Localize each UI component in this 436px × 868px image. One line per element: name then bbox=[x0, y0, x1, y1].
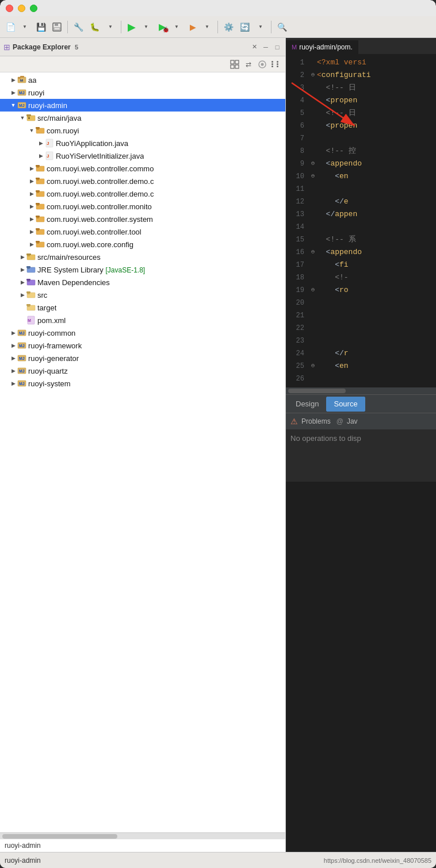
scrollbar-thumb[interactable] bbox=[2, 834, 117, 839]
maximize-panel-icon[interactable]: □ bbox=[273, 43, 282, 52]
tree-item-ruoyi-admin[interactable]: ▼ MJ ruoyi-admin bbox=[0, 99, 285, 112]
tree-item-pkg4[interactable]: ▶ com.ruoyi.web.controller.monito bbox=[0, 200, 285, 213]
link-editor-icon[interactable]: ⇄ bbox=[243, 59, 254, 70]
coverage-icon[interactable]: ▶ bbox=[186, 20, 200, 34]
expand-arrow-system[interactable]: ▶ bbox=[9, 379, 17, 387]
save-all-icon[interactable] bbox=[50, 20, 64, 34]
tree-item-pom[interactable]: ▶ M pom.xml bbox=[0, 314, 285, 327]
new-file-icon[interactable]: 📄 bbox=[3, 20, 17, 34]
line-5: 5 <!-- 日 bbox=[286, 107, 436, 120]
search-icon[interactable]: 🔍 bbox=[275, 20, 289, 34]
expand-arrow-src[interactable]: ▼ bbox=[18, 114, 26, 122]
tree-label-jre: JRE System Library [JavaSE-1.8] bbox=[37, 266, 145, 274]
tab-source[interactable]: Source bbox=[326, 397, 365, 412]
tree-item-ruoyi-common[interactable]: ▶ MJ ruoyi-common bbox=[0, 327, 285, 339]
tree-item-jre[interactable]: ▶ JRE System Library [JavaSE-1.8] bbox=[0, 263, 285, 276]
bug-icon[interactable]: 🐛 bbox=[87, 20, 101, 34]
tree-item-ruoyi-framework[interactable]: ▶ MJ ruoyi-framework bbox=[0, 339, 285, 352]
editor-content-area[interactable]: 1 <?xml versi 2 ⊖ <configurati 3 bbox=[286, 54, 436, 387]
line-11: 11 bbox=[286, 183, 436, 195]
tree-item-com-ruoyi[interactable]: ▼ com.ruoyi bbox=[0, 124, 285, 137]
horizontal-scrollbar[interactable] bbox=[0, 832, 285, 839]
debug-dropdown[interactable]: ▼ bbox=[104, 20, 117, 34]
maximize-button[interactable] bbox=[30, 5, 37, 12]
refresh-icon[interactable]: 🔄 bbox=[238, 20, 251, 34]
editor-scroll-thumb[interactable] bbox=[288, 389, 346, 393]
tree-item-ruoyi-system[interactable]: ▶ MJ ruoyi-system bbox=[0, 377, 285, 390]
problems-tab2-label[interactable]: Jav bbox=[347, 417, 358, 425]
expand-arrow-common[interactable]: ▶ bbox=[9, 329, 17, 337]
svg-rect-61 bbox=[26, 291, 30, 293]
expand-arrow-com-ruoyi[interactable]: ▼ bbox=[28, 126, 36, 135]
tree-item-src-resources[interactable]: ▶ src/main/resources bbox=[0, 251, 285, 263]
run-icon[interactable]: ▶ bbox=[125, 20, 139, 34]
close-panel-icon[interactable]: ✕ bbox=[250, 43, 259, 52]
tree-item-ruoyi[interactable]: ▶ MJ ruoyi bbox=[0, 86, 285, 99]
expand-arrow-aa[interactable]: ▶ bbox=[9, 76, 17, 84]
expand-arrow-generator[interactable]: ▶ bbox=[9, 354, 17, 362]
tree-item-ruoyiapp[interactable]: ▶ J RuoYiApplication.java bbox=[0, 137, 285, 149]
tree-item-ruoyi-quartz[interactable]: ▶ MJ ruoyi-quartz bbox=[0, 364, 285, 377]
refresh-dropdown[interactable]: ▼ bbox=[254, 20, 267, 34]
external-tools-icon[interactable]: ⚙️ bbox=[221, 20, 235, 34]
svg-text:J: J bbox=[47, 153, 49, 159]
tree-item-ruoyiservlet[interactable]: ▶ J RuoYiServletInitializer.java bbox=[0, 149, 285, 162]
svg-rect-55 bbox=[26, 266, 30, 268]
expand-arrow-resources[interactable]: ▶ bbox=[18, 253, 26, 261]
tree-label-ruoyi-common: ruoyi-common bbox=[28, 329, 75, 337]
tree-item-pkg7[interactable]: ▶ com.ruoyi.web.core.config bbox=[0, 238, 285, 251]
expand-arrow-ruoyi-admin[interactable]: ▼ bbox=[9, 101, 17, 109]
tree-item-maven[interactable]: ▶ Maven Dependencies bbox=[0, 276, 285, 289]
tree-item-pkg5[interactable]: ▶ com.ruoyi.web.controller.system bbox=[0, 213, 285, 225]
sync-icon[interactable] bbox=[257, 59, 268, 70]
expand-arrow-ruoyiapp[interactable]: ▶ bbox=[37, 139, 45, 147]
expand-arrow-pkg4[interactable]: ▶ bbox=[28, 202, 36, 210]
tree-item-ruoyi-generator[interactable]: ▶ MJ ruoyi-generator bbox=[0, 352, 285, 364]
editor-tab-label: ruoyi-admin/pom. bbox=[299, 43, 353, 51]
coverage-dropdown[interactable]: ▼ bbox=[200, 20, 214, 34]
pom-icon: M bbox=[26, 316, 36, 325]
editor-scrollbar-h[interactable] bbox=[286, 387, 436, 394]
expand-arrow-pkg5[interactable]: ▶ bbox=[28, 215, 36, 223]
tree-item-pkg1[interactable]: ▶ com.ruoyi.web.controller.commo bbox=[0, 162, 285, 175]
more-options-icon[interactable] bbox=[270, 59, 282, 70]
line-6: 6 <propen bbox=[286, 120, 436, 132]
no-operations-text: No operations to disp bbox=[290, 434, 361, 443]
tree-item-pkg6[interactable]: ▶ com.ruoyi.web.controller.tool bbox=[0, 225, 285, 238]
tab-design[interactable]: Design bbox=[288, 397, 326, 412]
debug-run-icon[interactable]: ▶🐞 bbox=[155, 20, 169, 34]
save-icon[interactable]: 💾 bbox=[34, 20, 48, 34]
expand-arrow-pkg6[interactable]: ▶ bbox=[28, 228, 36, 236]
tree-item-src-folder[interactable]: ▶ src bbox=[0, 289, 285, 301]
expand-arrow-quartz[interactable]: ▶ bbox=[9, 367, 17, 375]
expand-arrow-pkg1[interactable]: ▶ bbox=[28, 164, 36, 172]
problems-tab-label[interactable]: Problems bbox=[301, 417, 331, 425]
tree-item-aa[interactable]: ▶ M M aa bbox=[0, 74, 285, 86]
tree-item-target[interactable]: ▶ target bbox=[0, 301, 285, 314]
expand-arrow-framework[interactable]: ▶ bbox=[9, 341, 17, 349]
tree-item-pkg2[interactable]: ▶ com.ruoyi.web.controller.demo.c bbox=[0, 175, 285, 187]
tree-item-pkg3[interactable]: ▶ com.ruoyi.web.controller.demo.c bbox=[0, 187, 285, 200]
tab-design-label: Design bbox=[296, 400, 319, 408]
debug-config-icon[interactable]: 🔧 bbox=[71, 20, 85, 34]
expand-arrow-jre[interactable]: ▶ bbox=[18, 266, 26, 274]
debug-run-dropdown[interactable]: ▼ bbox=[170, 20, 183, 34]
package-icon5 bbox=[36, 214, 45, 224]
editor-tab-pom[interactable]: M ruoyi-admin/pom. bbox=[286, 40, 359, 54]
expand-arrow-src-folder[interactable]: ▶ bbox=[18, 291, 26, 299]
expand-arrow-pkg3[interactable]: ▶ bbox=[28, 190, 36, 198]
tree-item-src-main-java[interactable]: ▼ src/main/java bbox=[0, 112, 285, 124]
expand-arrow-ruoyiservlet[interactable]: ▶ bbox=[37, 152, 45, 160]
expand-arrow-ruoyi[interactable]: ▶ bbox=[9, 89, 17, 97]
minimize-panel-icon[interactable]: ─ bbox=[261, 43, 270, 52]
new-file-dropdown[interactable]: ▼ bbox=[18, 20, 32, 34]
run-dropdown[interactable]: ▼ bbox=[139, 20, 153, 34]
expand-arrow-maven[interactable]: ▶ bbox=[18, 278, 26, 286]
close-button[interactable] bbox=[6, 5, 13, 12]
sep1 bbox=[67, 21, 68, 33]
collapse-all-icon[interactable] bbox=[229, 59, 240, 70]
svg-rect-24 bbox=[36, 127, 40, 129]
expand-arrow-pkg2[interactable]: ▶ bbox=[28, 177, 36, 185]
minimize-button[interactable] bbox=[18, 5, 25, 12]
expand-arrow-pkg7[interactable]: ▶ bbox=[28, 240, 36, 248]
